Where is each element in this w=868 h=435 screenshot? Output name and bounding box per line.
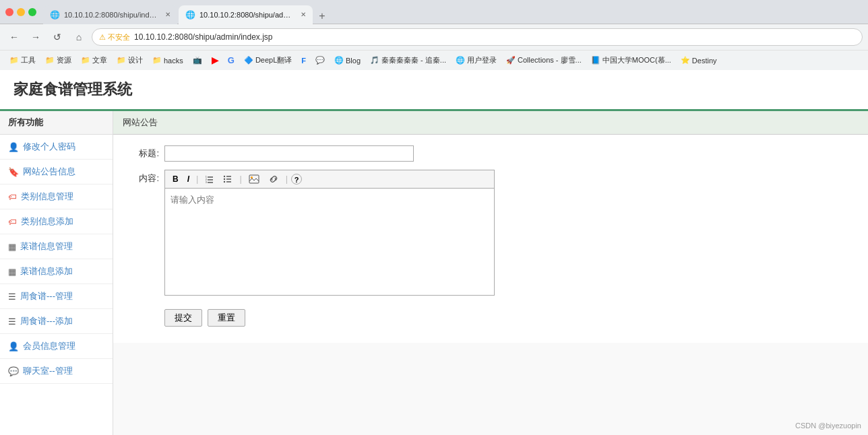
reload-button[interactable]: ↺ — [49, 28, 66, 46]
form-area: 标题: 内容: B I | — [113, 135, 868, 343]
bookmark-mooc[interactable]: 📘 中国大学MOOC(慕... — [587, 53, 675, 68]
back-button[interactable]: ← — [5, 28, 23, 46]
sidebar-label-category-add: 类别信息添加 — [21, 215, 73, 228]
bookmark-login-icon: 🌐 — [456, 56, 465, 65]
bookmark-wechat[interactable]: 💬 — [311, 53, 329, 68]
address-bar[interactable]: ⚠ 不安全 10.10.10.2:8080/shipu/admin/index.… — [92, 28, 863, 46]
sidebar-label-category-manage: 类别信息管理 — [21, 191, 73, 203]
bookmark-design[interactable]: 📁 设计 — [113, 53, 147, 68]
sidebar-label-site-notice: 网站公告信息 — [23, 166, 75, 178]
sidebar-label-recipe-manage: 菜谱信息管理 — [20, 240, 73, 253]
image-button[interactable] — [245, 172, 263, 185]
tab-2[interactable]: 🌐 10.10.10.2:8080/shipu/admin/i... ✕ — [179, 5, 313, 24]
bookmark-hacks[interactable]: 📁 hacks — [148, 53, 187, 68]
sidebar-item-weekly-add[interactable]: ☰ 周食谱---添加 — [0, 309, 113, 334]
toolbar-sep-2: | — [239, 174, 241, 184]
bookmark-deepl[interactable]: 🔷 DeepL翻译 — [240, 53, 296, 68]
bold-button[interactable]: B — [169, 173, 182, 185]
bookmark-tools-icon: 📁 — [9, 56, 19, 65]
sidebar-item-chat-manage[interactable]: 💬 聊天室--管理 — [0, 359, 113, 384]
bookmark-tools[interactable]: 📁 工具 — [5, 53, 40, 68]
title-input[interactable] — [164, 145, 414, 162]
sidebar-label-weekly-add: 周食谱---添加 — [20, 315, 73, 327]
bookmark-f[interactable]: F — [297, 53, 310, 68]
bookmark-design-icon: 📁 — [117, 56, 126, 65]
title-row: 标题: — [124, 145, 857, 162]
reset-button[interactable]: 重置 — [208, 309, 245, 327]
bookmark-mooc-icon: 📘 — [591, 56, 600, 65]
bookmark-wechat-icon: 💬 — [315, 56, 325, 65]
ordered-list-button[interactable]: 1 2 3 — [202, 172, 218, 186]
italic-button[interactable]: I — [184, 173, 193, 185]
bookmark-articles[interactable]: 📁 文章 — [77, 53, 111, 68]
new-tab-button[interactable]: + — [314, 8, 330, 24]
bookmark-login[interactable]: 🌐 用户登录 — [452, 53, 501, 68]
sidebar-label-member-manage: 会员信息管理 — [23, 340, 75, 352]
tab-2-close[interactable]: ✕ — [301, 11, 306, 18]
content-editor[interactable] — [164, 188, 495, 296]
sidebar: 所有功能 👤 修改个人密码 🔖 网站公告信息 🏷 类别信息管理 🏷 类别信息添加… — [0, 111, 113, 435]
traffic-light-red[interactable] — [5, 8, 13, 16]
bookmark-collections-icon: 🚀 — [506, 56, 516, 65]
tab-1[interactable]: 🌐 10.10.10.2:8080/shipu/index# ✕ — [43, 5, 177, 24]
svg-rect-12 — [249, 175, 259, 183]
tab-2-favicon: 🌐 — [185, 10, 195, 20]
sidebar-label-change-password: 修改个人密码 — [23, 141, 75, 153]
bookmark-youtube[interactable]: ▶ — [208, 53, 222, 68]
sidebar-label-chat-manage: 聊天室--管理 — [23, 365, 73, 377]
sidebar-item-category-manage[interactable]: 🏷 类别信息管理 — [0, 185, 113, 209]
home-button[interactable]: ⌂ — [70, 28, 88, 46]
tab-1-close[interactable]: ✕ — [165, 11, 170, 18]
grid-icon-1: ▦ — [8, 242, 16, 252]
svg-point-6 — [224, 176, 225, 177]
tab-2-label: 10.10.10.2:8080/shipu/admin/i... — [199, 11, 294, 19]
sidebar-item-change-password[interactable]: 👤 修改个人密码 — [0, 135, 113, 160]
bookmark-tv-icon: 📺 — [193, 56, 202, 65]
tab-1-favicon: 🌐 — [50, 10, 60, 20]
svg-point-13 — [251, 176, 253, 178]
list-icon-2: ☰ — [8, 316, 16, 327]
bookmark-music-icon: 🎵 — [370, 56, 379, 65]
sidebar-item-recipe-add[interactable]: ▦ 菜谱信息添加 — [0, 259, 113, 284]
toolbar-sep-3: | — [286, 174, 288, 184]
sidebar-item-weekly-manage[interactable]: ☰ 周食谱---管理 — [0, 284, 113, 309]
editor-toolbar: B I | 1 2 3 — [164, 170, 495, 188]
sidebar-item-category-add[interactable]: 🏷 类别信息添加 — [0, 209, 113, 234]
help-button[interactable]: ? — [291, 174, 302, 185]
bookmark-destiny-icon: ⭐ — [681, 56, 690, 65]
unordered-list-button[interactable] — [220, 172, 236, 185]
svg-text:3: 3 — [206, 181, 207, 184]
button-row: 提交 重置 — [164, 304, 857, 332]
bookmark-google[interactable]: G — [224, 53, 239, 68]
traffic-light-green[interactable] — [28, 8, 36, 16]
content-area: 网站公告 标题: 内容: B I | — [113, 111, 868, 435]
sidebar-item-member-manage[interactable]: 👤 会员信息管理 — [0, 334, 113, 359]
sidebar-item-site-notice[interactable]: 🔖 网站公告信息 — [0, 160, 113, 185]
link-button[interactable] — [265, 172, 282, 185]
submit-button[interactable]: 提交 — [164, 309, 202, 327]
page-header: 家庭食谱管理系统 — [0, 70, 868, 111]
svg-point-8 — [224, 181, 225, 182]
bookmark-collections[interactable]: 🚀 Collections - 廖雪... — [502, 53, 586, 68]
forward-button[interactable]: → — [27, 28, 44, 46]
bookmark-tv[interactable]: 📺 — [189, 53, 206, 68]
tab-1-label: 10.10.10.2:8080/shipu/index# — [64, 11, 158, 19]
bookmarks-bar: 📁 工具 📁 资源 📁 文章 📁 设计 📁 hacks 📺 ▶ G 🔷 Deep… — [0, 50, 868, 70]
bookmark-blog-icon: 🌐 — [334, 56, 344, 65]
sidebar-label-weekly-manage: 周食谱---管理 — [20, 290, 73, 302]
bookmark-blog[interactable]: 🌐 Blog — [330, 53, 365, 68]
list-icon-1: ☰ — [8, 292, 16, 302]
sidebar-item-recipe-manage[interactable]: ▦ 菜谱信息管理 — [0, 234, 113, 259]
bookmark-hacks-icon: 📁 — [152, 56, 162, 65]
toolbar-sep-1: | — [196, 174, 198, 184]
title-label: 标题: — [124, 147, 164, 160]
bookmark-f-icon: F — [301, 57, 306, 65]
bookmark-music[interactable]: 🎵 秦秦秦秦秦 - 追秦... — [366, 53, 450, 68]
user-icon: 👤 — [8, 142, 19, 152]
traffic-light-yellow[interactable] — [17, 8, 25, 16]
footer-watermark: CSDN @biyezuopin — [795, 422, 861, 430]
sidebar-label-recipe-add: 菜谱信息添加 — [20, 265, 73, 277]
bookmark-resources[interactable]: 📁 资源 — [41, 53, 75, 68]
address-text: 10.10.10.2:8080/shipu/admin/index.jsp — [134, 32, 272, 42]
bookmark-destiny[interactable]: ⭐ Destiny — [677, 53, 721, 68]
